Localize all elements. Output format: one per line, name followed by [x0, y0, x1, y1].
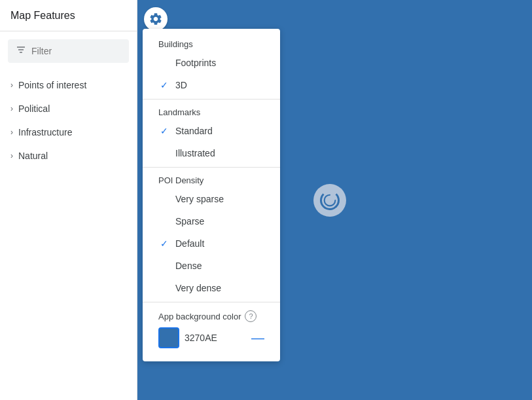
chevron-icon: › [10, 104, 13, 113]
divider-3 [143, 302, 280, 302]
sidebar-item-label: Natural [18, 151, 48, 161]
divider-2 [143, 167, 280, 168]
bg-color-header: App background color ? [158, 310, 264, 322]
dropdown-item-sparse[interactable]: ✓ Sparse [143, 210, 280, 232]
3d-label: 3D [175, 80, 187, 90]
dropdown-item-default[interactable]: ✓ Default [143, 232, 280, 255]
reset-color-button[interactable]: — [251, 331, 264, 344]
settings-button[interactable] [144, 7, 168, 31]
default-label: Default [175, 238, 204, 249]
sidebar-item-infrastructure[interactable]: › Infrastructure [0, 120, 137, 144]
dropdown-item-very-dense[interactable]: ✓ Very dense [143, 277, 280, 299]
settings-dropdown: Buildings ✓ Footprints ✓ 3D Landmarks ✓ … [143, 29, 280, 361]
color-swatch[interactable] [158, 327, 179, 348]
sidebar-item-political[interactable]: › Political [0, 97, 137, 120]
sidebar-item-label: Political [18, 103, 50, 114]
sidebar-header: Map Features [0, 0, 137, 31]
check-icon-default: ✓ [158, 238, 170, 249]
chevron-icon: › [10, 128, 13, 137]
illustrated-label: Illustrated [175, 148, 215, 158]
very-dense-label: Very dense [175, 283, 221, 293]
chevron-icon: › [10, 151, 13, 160]
spinner-icon [320, 191, 340, 210]
filter-input[interactable] [31, 46, 121, 56]
sparse-label: Sparse [175, 216, 204, 227]
dropdown-item-standard[interactable]: ✓ Standard [143, 120, 280, 142]
dropdown-item-very-sparse[interactable]: ✓ Very sparse [143, 188, 280, 210]
footprints-label: Footprints [175, 58, 216, 68]
landmarks-section-label: Landmarks [143, 102, 280, 120]
dense-label: Dense [175, 261, 202, 271]
buildings-section-label: Buildings [143, 34, 280, 52]
loading-spinner [313, 184, 346, 217]
bg-color-row: 3270AE — [158, 327, 264, 348]
dropdown-item-illustrated[interactable]: ✓ Illustrated [143, 142, 280, 164]
bg-color-label: App background color [158, 312, 241, 321]
sidebar-item-label: Points of interest [18, 80, 86, 90]
help-icon[interactable]: ? [245, 310, 257, 322]
very-sparse-label: Very sparse [175, 194, 224, 204]
filter-bar[interactable] [8, 39, 129, 63]
sidebar-item-label: Infrastructure [18, 127, 72, 137]
dropdown-item-3d[interactable]: ✓ 3D [143, 74, 280, 96]
sidebar-title: Map Features [10, 10, 75, 22]
standard-label: Standard [175, 126, 213, 136]
color-value: 3270AE [185, 333, 246, 343]
filter-icon [16, 45, 26, 58]
dropdown-item-footprints[interactable]: ✓ Footprints [143, 52, 280, 74]
sidebar: Map Features › Points of interest › Poli… [0, 0, 137, 400]
check-icon-standard: ✓ [158, 125, 170, 137]
dropdown-item-dense[interactable]: ✓ Dense [143, 255, 280, 277]
poi-density-section-label: POI Density [143, 170, 280, 188]
check-icon-3d: ✓ [158, 79, 170, 91]
sidebar-list: › Points of interest › Political › Infra… [0, 71, 137, 170]
divider-1 [143, 99, 280, 100]
sidebar-item-points-of-interest[interactable]: › Points of interest [0, 73, 137, 97]
bg-color-section: App background color ? 3270AE — [143, 305, 280, 356]
sidebar-item-natural[interactable]: › Natural [0, 144, 137, 168]
chevron-icon: › [10, 81, 13, 90]
